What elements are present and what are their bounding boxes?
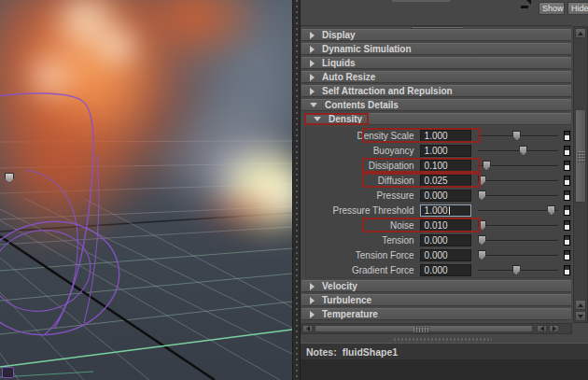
scroll-up-button-2[interactable]	[575, 300, 586, 310]
attr-label: Tension Force	[306, 250, 420, 260]
chevron-right-icon	[310, 46, 315, 53]
attr-value-field[interactable]: 1.000	[420, 204, 472, 217]
section-turbulence[interactable]: Turbulence	[301, 294, 571, 306]
attr-label: Density Scale	[306, 131, 420, 141]
slider-handle-icon[interactable]	[547, 205, 555, 216]
vertical-scrollbar[interactable]	[573, 26, 588, 323]
attr-slider[interactable]	[478, 175, 558, 187]
keyframe-box-icon[interactable]	[564, 250, 570, 260]
keyframe-box-icon[interactable]	[564, 161, 570, 171]
arrow-left-icon	[540, 326, 544, 331]
keyframe-box-icon[interactable]	[564, 220, 570, 231]
slider-handle-icon[interactable]	[478, 220, 486, 231]
chevron-right-icon	[310, 297, 315, 304]
slider-handle-icon[interactable]	[478, 250, 486, 260]
keyframe-box-icon[interactable]	[564, 131, 570, 141]
horizontal-scrollbar[interactable]	[301, 323, 572, 334]
clipped-row-sliver	[411, 26, 465, 29]
panel-topbar: Show Hide	[301, 0, 588, 25]
slider-track	[478, 240, 558, 242]
vertical-scroll-thumb[interactable]	[575, 109, 586, 203]
attr-slider[interactable]	[478, 130, 558, 142]
slider-handle-icon[interactable]	[478, 190, 486, 201]
slider-handle-icon[interactable]	[483, 161, 491, 171]
chevron-right-icon	[310, 60, 315, 67]
3d-viewport[interactable]	[0, 0, 292, 380]
section-label: Velocity	[322, 281, 357, 291]
attr-slider[interactable]	[478, 264, 558, 276]
section-label: Contents Details	[325, 100, 399, 110]
attr-value-field[interactable]: 0.100	[420, 160, 472, 172]
arrow-up-icon	[578, 303, 583, 307]
keyframe-box-icon[interactable]	[564, 190, 570, 201]
section-label: Liquids	[322, 58, 356, 68]
attr-value-field[interactable]: 1.000	[420, 145, 472, 157]
attr-value-field[interactable]: 1.000	[420, 130, 472, 142]
show-button[interactable]: Show	[539, 2, 565, 15]
section-velocity[interactable]: Velocity	[301, 280, 571, 292]
attr-slider[interactable]	[478, 190, 558, 202]
horizontal-scroll-thumb[interactable]	[315, 325, 533, 332]
keyframe-box-icon[interactable]	[564, 146, 570, 156]
notes-text-area[interactable]	[301, 359, 588, 380]
attr-slider[interactable]	[478, 234, 558, 246]
slider-handle-icon[interactable]	[512, 265, 521, 275]
scroll-left-button[interactable]	[302, 325, 313, 332]
section-density[interactable]: Density	[305, 113, 571, 125]
keyframe-box-icon[interactable]	[564, 265, 570, 275]
annotation-box-density: Density	[305, 114, 368, 124]
slider-handle-icon[interactable]	[512, 131, 521, 141]
scroll-down-button[interactable]	[575, 311, 586, 321]
chevron-right-icon	[310, 32, 315, 39]
slider-handle-icon[interactable]	[519, 146, 527, 156]
attr-label: Gradient Force	[306, 265, 420, 275]
panel-resize-handle[interactable]	[292, 0, 301, 380]
scroll-left-button-2[interactable]	[537, 325, 547, 332]
keyframe-box-icon[interactable]	[564, 205, 570, 216]
chevron-right-icon	[310, 88, 315, 95]
section-label: Self Attraction and Repulsion	[322, 86, 453, 96]
attr-row-noise: Noise 0.010	[306, 218, 570, 232]
attr-value-field[interactable]: 0.000	[420, 190, 472, 202]
notes-splitter[interactable]	[301, 335, 588, 343]
slider-handle-icon[interactable]	[478, 235, 486, 246]
notes-node-name: fluidShape1	[343, 346, 399, 358]
chevron-right-icon	[310, 311, 315, 318]
section-contents-details[interactable]: Contents Details	[301, 99, 571, 111]
attr-value-field[interactable]: 0.025	[420, 175, 472, 187]
attr-value-field[interactable]: 0.010	[420, 219, 472, 232]
attr-row-tension-force: Tension Force 0.000	[306, 247, 570, 262]
attributes-scroll-area: Display Dynamic Simulation Liquids Auto …	[301, 25, 572, 323]
attr-row-gradient-force: Gradient Force 0.000	[306, 262, 570, 277]
attr-label: Pressure	[306, 190, 420, 201]
attr-value-field[interactable]: 0.000	[420, 234, 472, 246]
section-label: Dynamic Simulation	[322, 44, 412, 54]
attr-row-tension: Tension 0.000	[306, 232, 570, 247]
section-display[interactable]: Display	[301, 29, 571, 41]
chevron-right-icon	[310, 283, 315, 290]
density-attributes: Density Scale 1.000 Buoyancy 1.000 Dissi…	[305, 127, 571, 278]
attr-slider[interactable]	[478, 219, 558, 232]
attr-label: Tension	[306, 235, 420, 246]
attr-slider[interactable]	[478, 145, 558, 157]
scroll-up-button[interactable]	[575, 28, 586, 38]
section-temperature[interactable]: Temperature	[301, 308, 571, 320]
keyframe-box-icon[interactable]	[564, 176, 570, 186]
attr-slider[interactable]	[478, 160, 558, 172]
corner-arrow-icon	[521, 0, 531, 8]
slider-handle-icon[interactable]	[478, 176, 486, 186]
attr-slider[interactable]	[478, 204, 558, 217]
attr-value-field[interactable]: 0.000	[420, 249, 472, 261]
scroll-right-button[interactable]	[549, 325, 559, 332]
section-auto-resize[interactable]: Auto Resize	[301, 71, 571, 83]
attr-row-pressure: Pressure 0.000	[306, 188, 570, 203]
attr-value-field[interactable]: 0.000	[420, 264, 472, 276]
section-liquids[interactable]: Liquids	[301, 57, 571, 69]
chevron-down-icon	[314, 117, 321, 121]
notes-label: Notes:	[306, 346, 337, 358]
section-dynamic-simulation[interactable]: Dynamic Simulation	[301, 43, 571, 55]
section-self-attraction[interactable]: Self Attraction and Repulsion	[301, 85, 571, 97]
hide-button[interactable]: Hide	[567, 2, 588, 15]
keyframe-box-icon[interactable]	[564, 235, 570, 246]
attr-slider[interactable]	[478, 249, 558, 261]
